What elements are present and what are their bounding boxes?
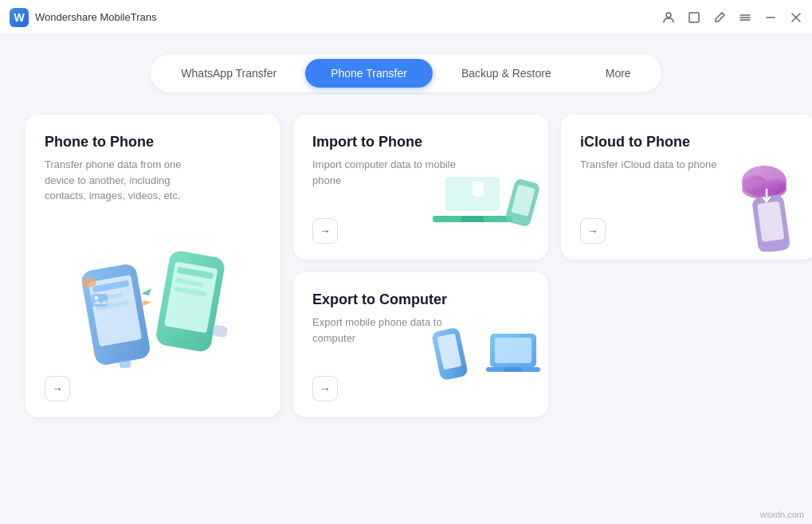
tab-backup[interactable]: Backup & Restore bbox=[436, 59, 577, 88]
icloud-illustration bbox=[696, 148, 808, 252]
card-export-arrow[interactable]: → bbox=[312, 376, 338, 401]
card-import-arrow[interactable]: → bbox=[312, 218, 338, 244]
minimize-button[interactable] bbox=[764, 11, 777, 24]
edit-button[interactable] bbox=[713, 11, 726, 24]
export-illustration bbox=[429, 314, 540, 409]
svg-rect-21 bbox=[212, 325, 228, 338]
main-content: WhatsApp Transfer Phone Transfer Backup … bbox=[0, 35, 812, 524]
phone-to-phone-illustration bbox=[65, 242, 241, 385]
card-phone-to-phone-title: Phone to Phone bbox=[45, 134, 261, 151]
svg-point-24 bbox=[95, 296, 99, 300]
app-icon: W bbox=[10, 8, 29, 27]
profile-button[interactable] bbox=[662, 11, 675, 24]
app-title: Wondershare MobileTrans bbox=[35, 11, 156, 23]
card-phone-to-phone-desc: Transfer phone data from one device to a… bbox=[45, 157, 188, 204]
svg-rect-44 bbox=[495, 338, 532, 363]
svg-rect-1 bbox=[689, 13, 699, 22]
close-button[interactable] bbox=[790, 11, 802, 24]
import-illustration bbox=[429, 148, 540, 252]
nav-tabs: WhatsApp Transfer Phone Transfer Backup … bbox=[151, 54, 661, 92]
watermark: wsxdn.com bbox=[760, 510, 804, 519]
title-bar: W Wondershare MobileTrans bbox=[0, 0, 812, 35]
card-export-to-computer[interactable]: Export to Computer Export mobile phone d… bbox=[293, 272, 548, 417]
svg-rect-26 bbox=[445, 177, 500, 211]
menu-button[interactable] bbox=[739, 11, 751, 24]
svg-point-0 bbox=[666, 13, 671, 18]
card-import-to-phone[interactable]: Import to Phone Import computer data to … bbox=[293, 115, 548, 260]
card-export-title: Export to Computer bbox=[312, 291, 529, 308]
card-icloud-arrow[interactable]: → bbox=[580, 218, 606, 244]
svg-rect-23 bbox=[92, 294, 108, 307]
title-bar-controls bbox=[662, 11, 802, 24]
card-phone-to-phone-arrow[interactable]: → bbox=[45, 376, 70, 401]
tab-more[interactable]: More bbox=[580, 59, 657, 88]
cards-grid: Phone to Phone Transfer phone data from … bbox=[25, 115, 787, 417]
window-button[interactable] bbox=[688, 11, 700, 24]
title-bar-left: W Wondershare MobileTrans bbox=[10, 8, 156, 27]
tab-phone[interactable]: Phone Transfer bbox=[305, 59, 433, 88]
svg-rect-22 bbox=[120, 359, 131, 368]
card-icloud-to-phone[interactable]: iCloud to Phone Transfer iCloud data to … bbox=[561, 115, 812, 260]
tab-whatsapp[interactable]: WhatsApp Transfer bbox=[155, 59, 302, 88]
card-phone-to-phone[interactable]: Phone to Phone Transfer phone data from … bbox=[25, 115, 280, 417]
